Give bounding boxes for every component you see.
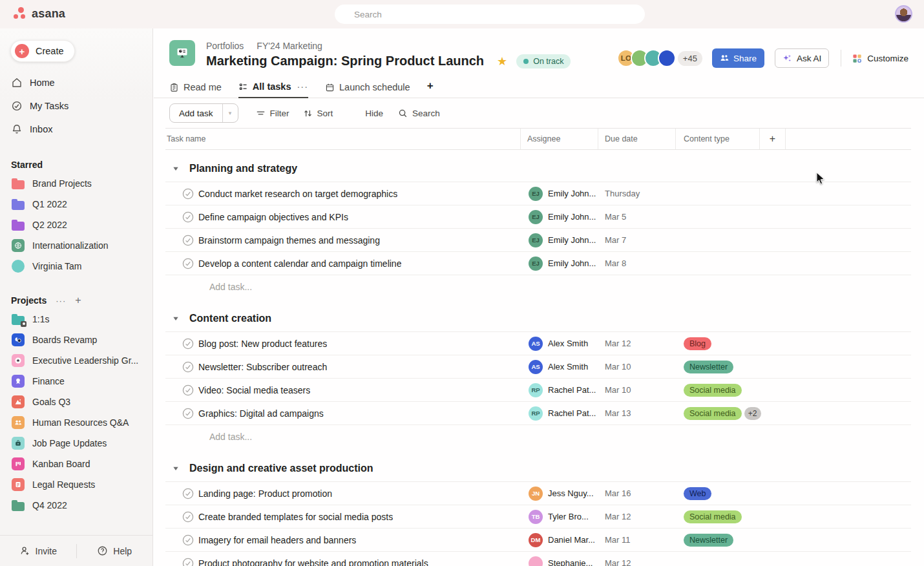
content-type-cell[interactable]: Blog	[676, 337, 760, 350]
customize-button[interactable]: Customize	[852, 54, 908, 63]
project-item[interactable]: Finance	[0, 371, 152, 392]
project-item[interactable]: Executive Leadership Gr...	[0, 350, 152, 371]
member-avatars[interactable]: LO	[617, 49, 676, 67]
tab-overflow-icon[interactable]: ···	[297, 81, 309, 92]
section-header[interactable]: Content creation	[165, 305, 911, 332]
content-type-cell[interactable]: Social media	[676, 510, 760, 523]
assignee-cell[interactable]: EJEmily John...	[521, 210, 598, 224]
invite-button[interactable]: Invite	[0, 545, 76, 556]
assignee-cell[interactable]: DMDaniel Mar...	[521, 533, 598, 547]
collapse-triangle-icon[interactable]	[173, 315, 179, 322]
assignee-cell[interactable]: ASAlex Smith	[521, 360, 598, 374]
task-row[interactable]: Graphics: Digital ad campaignsRPRachel P…	[165, 402, 911, 425]
task-row[interactable]: Newsletter: Subscriber outreachASAlex Sm…	[165, 355, 911, 379]
status-badge[interactable]: On track	[516, 54, 571, 68]
content-type-tag[interactable]: Social media	[684, 407, 742, 420]
task-name[interactable]: Brainstorm campaign themes and messaging	[198, 235, 380, 246]
check-circle-icon[interactable]	[182, 384, 194, 396]
task-row[interactable]: Brainstorm campaign themes and messaging…	[165, 229, 911, 252]
task-row[interactable]: Landing page: Product promotionJNJess Ng…	[165, 482, 911, 505]
check-circle-icon[interactable]	[182, 558, 194, 566]
project-item[interactable]: Goals Q3	[0, 392, 152, 412]
task-name[interactable]: Graphics: Digital ad campaigns	[198, 408, 324, 419]
starred-item[interactable]: Virginia Tam	[0, 256, 152, 277]
assignee-cell[interactable]: EJEmily John...	[521, 233, 598, 247]
projects-more-icon[interactable]: ···	[56, 296, 66, 306]
project-item[interactable]: Kanban Board	[0, 454, 152, 474]
due-date-cell[interactable]: Mar 12	[598, 512, 676, 521]
due-date-cell[interactable]: Mar 10	[598, 362, 676, 372]
page-title[interactable]: Marketing Campaign: Spring Product Launc…	[206, 54, 484, 68]
tab-all-tasks[interactable]: All tasks ···	[238, 81, 308, 98]
content-type-tag[interactable]: Blog	[684, 337, 711, 350]
assignee-cell[interactable]: Stephanie...	[521, 556, 598, 566]
check-circle-icon[interactable]	[182, 338, 194, 350]
asana-logo[interactable]: asana	[12, 6, 65, 21]
due-date-cell[interactable]: Mar 12	[598, 339, 676, 348]
search-input[interactable]	[335, 5, 645, 24]
project-item[interactable]: Human Resources Q&A	[0, 412, 152, 433]
task-row[interactable]: Video: Social media teasersRPRachel Pat.…	[165, 379, 911, 402]
column-assignee[interactable]: Assignee	[521, 129, 598, 149]
ask-ai-button[interactable]: Ask AI	[775, 48, 829, 68]
due-date-cell[interactable]: Mar 5	[598, 212, 676, 222]
due-date-cell[interactable]: Mar 13	[598, 408, 676, 418]
task-name[interactable]: Blog post: New product features	[198, 339, 327, 349]
tab-launch-schedule[interactable]: Launch schedule	[325, 82, 410, 98]
task-name[interactable]: Landing page: Product promotion	[198, 488, 332, 499]
add-task-button[interactable]: Add task ▾	[169, 103, 238, 123]
check-circle-icon[interactable]	[182, 408, 194, 419]
check-circle-icon[interactable]	[182, 511, 194, 523]
breadcrumb-portfolios[interactable]: Portfolios	[206, 41, 244, 51]
starred-item[interactable]: Q2 2022	[0, 215, 152, 235]
project-item[interactable]: 1:1s	[0, 309, 152, 330]
assignee-cell[interactable]: JNJess Nguy...	[521, 487, 598, 501]
task-row[interactable]: Conduct market research on target demogr…	[165, 182, 911, 205]
breadcrumb-portfolio-name[interactable]: FY'24 Marketing	[257, 41, 322, 51]
content-type-cell[interactable]: Social media+2	[676, 407, 760, 420]
sidebar-item-home[interactable]: Home	[0, 71, 152, 94]
add-task-label[interactable]: Add task...	[165, 432, 252, 442]
add-task-row[interactable]: Add task...	[165, 275, 911, 299]
assignee-cell[interactable]: RPRachel Pat...	[521, 383, 598, 397]
task-name[interactable]: Imagery for email headers and banners	[198, 535, 356, 545]
due-date-cell[interactable]: Thursday	[598, 189, 676, 198]
task-name[interactable]: Newsletter: Subscriber outreach	[198, 362, 327, 372]
task-row[interactable]: Define campaign objectives and KPIsEJEmi…	[165, 205, 911, 229]
content-type-tag[interactable]: Web	[684, 487, 711, 500]
check-circle-icon[interactable]	[182, 258, 194, 269]
task-search-button[interactable]: Search	[398, 109, 440, 118]
task-name[interactable]: Video: Social media teasers	[198, 385, 310, 395]
task-row[interactable]: Create branded templates for social medi…	[165, 505, 911, 529]
collapse-triangle-icon[interactable]	[173, 165, 179, 172]
content-type-tag[interactable]: Newsletter	[684, 534, 733, 547]
sort-button[interactable]: Sort	[303, 109, 333, 118]
task-name[interactable]: Product photography for website and prom…	[198, 558, 428, 566]
due-date-cell[interactable]: Mar 16	[598, 488, 676, 498]
content-type-tag[interactable]: Social media	[684, 510, 742, 523]
starred-item[interactable]: Brand Projects	[0, 173, 152, 194]
user-avatar[interactable]	[895, 5, 912, 23]
starred-item[interactable]: Q1 2022	[0, 194, 152, 215]
task-name[interactable]: Conduct market research on target demogr…	[198, 189, 397, 199]
column-task-name[interactable]: Task name	[165, 129, 521, 149]
column-due-date[interactable]: Due date	[598, 129, 676, 149]
task-row[interactable]: Product photography for website and prom…	[165, 552, 911, 566]
due-date-cell[interactable]: Mar 10	[598, 385, 676, 395]
project-item[interactable]: Job Page Updates	[0, 433, 152, 454]
project-icon[interactable]	[169, 40, 195, 66]
content-type-tag[interactable]: Social media	[684, 384, 742, 397]
project-item[interactable]: Legal Requests	[0, 474, 152, 495]
project-item[interactable]: Q4 2022	[0, 495, 152, 516]
check-circle-icon[interactable]	[182, 361, 194, 373]
chevron-down-icon[interactable]: ▾	[222, 104, 238, 122]
check-circle-icon[interactable]	[182, 534, 194, 546]
column-content-type[interactable]: Content type	[676, 129, 760, 149]
add-task-row[interactable]: Add task...	[165, 425, 911, 448]
task-name[interactable]: Create branded templates for social medi…	[198, 512, 393, 522]
check-circle-icon[interactable]	[182, 211, 194, 223]
task-row[interactable]: Blog post: New product featuresASAlex Sm…	[165, 332, 911, 355]
assignee-cell[interactable]: EJEmily John...	[521, 187, 598, 201]
assignee-cell[interactable]: RPRachel Pat...	[521, 406, 598, 421]
projects-add-icon[interactable]: +	[75, 295, 81, 306]
